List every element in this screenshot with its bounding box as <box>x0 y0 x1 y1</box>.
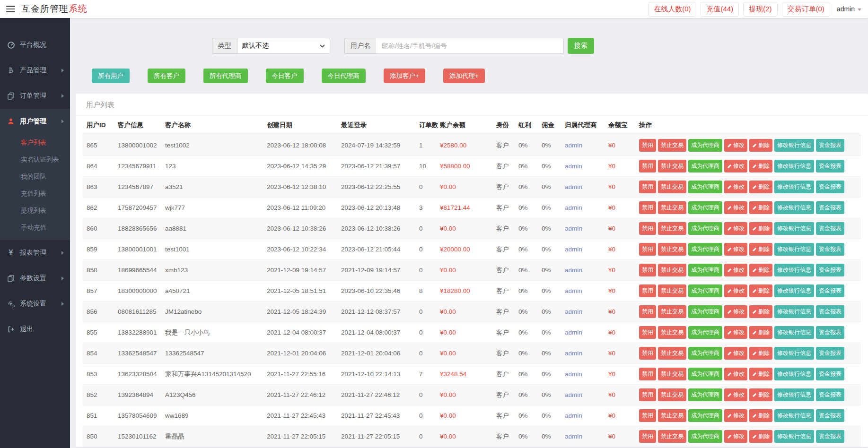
delete-button[interactable]: 删除 <box>749 409 772 422</box>
ban-trade-button[interactable]: 禁止交易 <box>658 368 686 380</box>
make-agent-button[interactable]: 成为代理商 <box>688 326 722 339</box>
disable-button[interactable]: 禁用 <box>639 160 656 172</box>
trade-orders-button[interactable]: 交易订单(0) <box>782 2 830 17</box>
edit-bank-info-button[interactable]: 修改银行信息 <box>774 430 814 443</box>
delete-button[interactable]: 删除 <box>749 243 772 256</box>
agent-link[interactable]: admin <box>565 433 582 440</box>
edit-button[interactable]: 修改 <box>724 409 747 422</box>
online-users-button[interactable]: 在线人数(0) <box>648 2 696 17</box>
edit-button[interactable]: 修改 <box>724 347 747 360</box>
search-button[interactable]: 搜索 <box>568 38 594 54</box>
funds-report-button[interactable]: 资金报表 <box>816 264 844 276</box>
sidebar-item-customer-list[interactable]: 客户列表 <box>0 134 70 151</box>
edit-bank-info-button[interactable]: 修改银行信息 <box>774 264 814 276</box>
agent-link[interactable]: admin <box>565 412 582 419</box>
recharge-button[interactable]: 充值(44) <box>701 2 739 17</box>
agent-link[interactable]: admin <box>565 183 582 190</box>
funds-report-button[interactable]: 资金报表 <box>816 201 844 214</box>
agent-link[interactable]: admin <box>565 350 582 357</box>
make-agent-button[interactable]: 成为代理商 <box>688 409 722 422</box>
disable-button[interactable]: 禁用 <box>639 388 656 401</box>
today-customers-button[interactable]: 今日客户 <box>266 69 304 83</box>
edit-bank-info-button[interactable]: 修改银行信息 <box>774 201 814 214</box>
delete-button[interactable]: 删除 <box>749 284 772 297</box>
make-agent-button[interactable]: 成为代理商 <box>688 201 722 214</box>
edit-button[interactable]: 修改 <box>724 368 747 380</box>
edit-button[interactable]: 修改 <box>724 388 747 401</box>
funds-report-button[interactable]: 资金报表 <box>816 368 844 380</box>
username-input[interactable] <box>376 38 564 54</box>
delete-button[interactable]: 删除 <box>749 347 772 360</box>
agent-link[interactable]: admin <box>565 204 582 211</box>
ban-trade-button[interactable]: 禁止交易 <box>658 222 686 235</box>
edit-button[interactable]: 修改 <box>724 430 747 443</box>
today-agents-button[interactable]: 今日代理商 <box>322 69 366 83</box>
agent-link[interactable]: admin <box>565 225 582 232</box>
agent-link[interactable]: admin <box>565 370 582 378</box>
edit-bank-info-button[interactable]: 修改银行信息 <box>774 181 814 193</box>
add-agent-button[interactable]: 添加代理+ <box>443 69 485 83</box>
disable-button[interactable]: 禁用 <box>639 430 656 443</box>
funds-report-button[interactable]: 资金报表 <box>816 243 844 256</box>
agent-link[interactable]: admin <box>565 246 582 253</box>
disable-button[interactable]: 禁用 <box>639 139 656 152</box>
edit-bank-info-button[interactable]: 修改银行信息 <box>774 160 814 172</box>
edit-bank-info-button[interactable]: 修改银行信息 <box>774 368 814 380</box>
make-agent-button[interactable]: 成为代理商 <box>688 347 722 360</box>
sidebar-item-platform-overview[interactable]: 平台概况 <box>0 32 70 58</box>
make-agent-button[interactable]: 成为代理商 <box>688 264 722 276</box>
ban-trade-button[interactable]: 禁止交易 <box>658 264 686 276</box>
ban-trade-button[interactable]: 禁止交易 <box>658 160 686 172</box>
delete-button[interactable]: 删除 <box>749 181 772 193</box>
make-agent-button[interactable]: 成为代理商 <box>688 243 722 256</box>
edit-bank-info-button[interactable]: 修改银行信息 <box>774 409 814 422</box>
disable-button[interactable]: 禁用 <box>639 326 656 339</box>
funds-report-button[interactable]: 资金报表 <box>816 222 844 235</box>
sidebar-item-my-team[interactable]: 我的团队 <box>0 168 70 185</box>
edit-button[interactable]: 修改 <box>724 264 747 276</box>
edit-button[interactable]: 修改 <box>724 326 747 339</box>
make-agent-button[interactable]: 成为代理商 <box>688 139 722 152</box>
ban-trade-button[interactable]: 禁止交易 <box>658 139 686 152</box>
funds-report-button[interactable]: 资金报表 <box>816 326 844 339</box>
edit-button[interactable]: 修改 <box>724 181 747 193</box>
make-agent-button[interactable]: 成为代理商 <box>688 160 722 172</box>
user-menu[interactable]: admin <box>837 5 861 13</box>
sidebar-item-order-mgmt[interactable]: 订单管理 <box>0 83 70 109</box>
delete-button[interactable]: 删除 <box>749 139 772 152</box>
disable-button[interactable]: 禁用 <box>639 409 656 422</box>
edit-bank-info-button[interactable]: 修改银行信息 <box>774 243 814 256</box>
sidebar-item-param-settings[interactable]: 参数设置 <box>0 266 70 291</box>
ban-trade-button[interactable]: 禁止交易 <box>658 243 686 256</box>
withdraw-button[interactable]: 提现(2) <box>743 2 777 17</box>
delete-button[interactable]: 删除 <box>749 201 772 214</box>
funds-report-button[interactable]: 资金报表 <box>816 430 844 443</box>
funds-report-button[interactable]: 资金报表 <box>816 347 844 360</box>
disable-button[interactable]: 禁用 <box>639 284 656 297</box>
agent-link[interactable]: admin <box>565 329 582 336</box>
delete-button[interactable]: 删除 <box>749 388 772 401</box>
ban-trade-button[interactable]: 禁止交易 <box>658 181 686 193</box>
funds-report-button[interactable]: 资金报表 <box>816 139 844 152</box>
make-agent-button[interactable]: 成为代理商 <box>688 305 722 318</box>
make-agent-button[interactable]: 成为代理商 <box>688 368 722 380</box>
disable-button[interactable]: 禁用 <box>639 222 656 235</box>
make-agent-button[interactable]: 成为代理商 <box>688 222 722 235</box>
sidebar-item-logout[interactable]: 退出 <box>0 317 70 342</box>
menu-toggle-icon[interactable] <box>4 2 17 16</box>
delete-button[interactable]: 删除 <box>749 326 772 339</box>
ban-trade-button[interactable]: 禁止交易 <box>658 305 686 318</box>
delete-button[interactable]: 删除 <box>749 160 772 172</box>
ban-trade-button[interactable]: 禁止交易 <box>658 326 686 339</box>
sidebar-item-product-mgmt[interactable]: 产品管理 <box>0 58 70 83</box>
sidebar-item-system-settings[interactable]: 系统设置 <box>0 291 70 317</box>
disable-button[interactable]: 禁用 <box>639 201 656 214</box>
ban-trade-button[interactable]: 禁止交易 <box>658 347 686 360</box>
ban-trade-button[interactable]: 禁止交易 <box>658 388 686 401</box>
disable-button[interactable]: 禁用 <box>639 368 656 380</box>
delete-button[interactable]: 删除 <box>749 305 772 318</box>
edit-bank-info-button[interactable]: 修改银行信息 <box>774 139 814 152</box>
delete-button[interactable]: 删除 <box>749 222 772 235</box>
edit-button[interactable]: 修改 <box>724 201 747 214</box>
sidebar-item-manual-recharge[interactable]: 手动充值 <box>0 219 70 236</box>
